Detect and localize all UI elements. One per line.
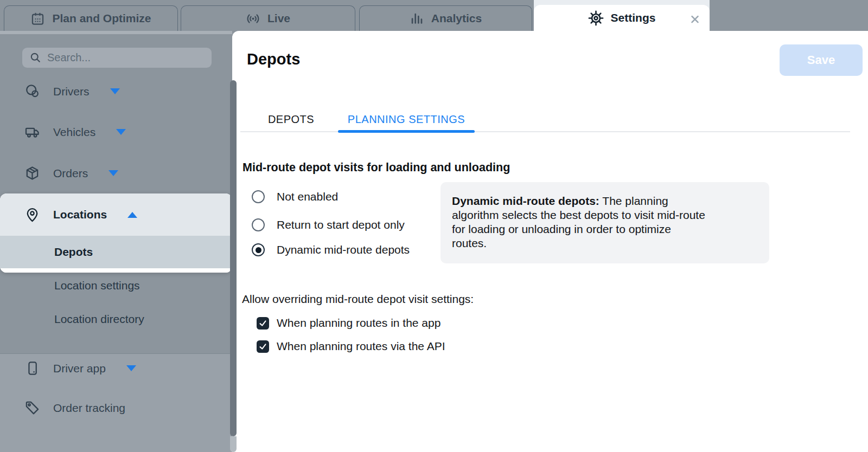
info-text: for loading or unloading in order to opt… (452, 223, 671, 235)
sidebar-scrollbar-track (230, 436, 237, 452)
tab-live[interactable]: Live (181, 5, 355, 31)
chevron-down-icon (116, 129, 126, 135)
broadcast-icon (246, 11, 260, 26)
radio-return-to-start-depot[interactable]: Return to start depot only (252, 218, 405, 231)
gear-icon (588, 10, 604, 26)
truck-icon (24, 124, 40, 140)
tab-plan-and-optimize[interactable]: Plan and Optimize (4, 5, 178, 31)
settings-modal-screen: Plan and Optimize Live Analytics (0, 0, 868, 452)
radio-not-enabled[interactable]: Not enabled (252, 190, 338, 203)
tab-settings[interactable]: Settings (534, 5, 710, 31)
sidebar-item-label: Drivers (53, 85, 90, 98)
radio-dynamic-mid-route-depots[interactable]: Dynamic mid-route depots (252, 243, 410, 256)
radio-label: Return to start depot only (277, 218, 405, 231)
phone-icon (24, 360, 40, 376)
sidebar-item-label: Depots (54, 246, 93, 259)
top-navigation-bar: Plan and Optimize Live Analytics (0, 0, 868, 31)
sidebar-bottom-section: Driver app Order tracking (0, 353, 232, 452)
tab-label: Settings (611, 11, 656, 24)
info-bold-text: Dynamic mid-route depots: (452, 195, 599, 207)
package-icon (24, 165, 40, 181)
checkbox-planning-routes-api[interactable]: When planning routes via the API (257, 340, 445, 353)
mid-route-heading: Mid-route depot visits for loading and u… (242, 161, 510, 175)
search-icon (29, 51, 42, 64)
card-bottom-sliver (0, 268, 232, 273)
active-tab-backdrop: Settings (534, 0, 710, 31)
info-text: The planning (599, 195, 668, 207)
tab-depots[interactable]: DEPOTS (254, 107, 328, 132)
depots-settings-panel: Depots Save DEPOTS PLANNING SETTINGS Mid… (232, 31, 868, 452)
page-title: Depots (247, 50, 300, 68)
locations-spotlight-card: Locations Depots (0, 193, 232, 273)
override-settings-label: Allow overriding mid-route depot visit s… (242, 293, 474, 306)
tab-analytics[interactable]: Analytics (359, 5, 532, 31)
driver-cap-icon (24, 83, 40, 99)
tab-label: Analytics (431, 12, 482, 25)
sidebar-item-locations[interactable]: Locations (0, 193, 232, 236)
settings-sidebar: Drivers Vehicles Order (0, 31, 232, 452)
sidebar-item-label: Locations (53, 208, 107, 221)
chevron-down-icon (126, 365, 136, 371)
sidebar-item-label: Vehicles (53, 126, 95, 139)
save-button[interactable]: Save (780, 44, 863, 76)
sidebar-item-vehicles[interactable]: Vehicles (24, 124, 126, 140)
radio-icon[interactable] (252, 190, 265, 203)
info-text: algorithm selects the best depots to vis… (452, 209, 705, 221)
chevron-down-icon (110, 88, 120, 94)
dynamic-depots-info-box: Dynamic mid-route depots: The planning a… (441, 182, 769, 263)
sidebar-item-driver-app[interactable]: Driver app (24, 360, 136, 376)
tab-planning-settings[interactable]: PLANNING SETTINGS (338, 107, 475, 132)
sidebar-item-location-settings[interactable]: Location settings (54, 279, 140, 292)
radio-icon-selected[interactable] (252, 243, 265, 256)
sidebar-item-label: Location settings (54, 279, 140, 292)
checkbox-checked-icon[interactable] (257, 340, 269, 353)
checkbox-label: When planning routes in the app (277, 317, 441, 330)
calendar-icon (30, 11, 45, 26)
radio-icon[interactable] (252, 218, 265, 231)
sidebar-item-orders[interactable]: Orders (24, 165, 118, 181)
sidebar-item-drivers[interactable]: Drivers (24, 83, 120, 99)
sidebar-item-label: Order tracking (53, 402, 125, 415)
sidebar-search[interactable] (22, 48, 212, 68)
active-tab-underline (338, 130, 475, 133)
tag-icon (24, 400, 40, 416)
sidebar-top-strip (0, 31, 232, 34)
checkbox-planning-routes-app[interactable]: When planning routes in the app (257, 317, 441, 330)
sidebar-item-depots[interactable]: Depots (0, 236, 232, 268)
chevron-up-icon (127, 212, 137, 218)
radio-label: Dynamic mid-route depots (277, 243, 410, 256)
map-pin-icon (24, 207, 40, 223)
tab-label: Plan and Optimize (52, 12, 151, 25)
sidebar-item-location-directory[interactable]: Location directory (54, 313, 144, 326)
sidebar-scrollbar-thumb[interactable] (230, 80, 237, 436)
tab-label: Live (267, 12, 290, 25)
chevron-down-icon (108, 170, 118, 176)
close-icon[interactable] (688, 12, 702, 27)
sidebar-item-label: Driver app (53, 362, 106, 375)
info-text: routes. (452, 237, 487, 249)
sidebar-item-order-tracking[interactable]: Order tracking (24, 400, 125, 416)
tabs-divider (240, 131, 850, 132)
checkbox-checked-icon[interactable] (257, 317, 269, 330)
sidebar-item-label: Orders (53, 167, 88, 180)
radio-label: Not enabled (277, 190, 338, 203)
checkbox-label: When planning routes via the API (277, 340, 445, 353)
bar-chart-icon (410, 11, 424, 26)
sidebar-item-label: Location directory (54, 313, 144, 325)
search-input[interactable] (47, 51, 199, 64)
